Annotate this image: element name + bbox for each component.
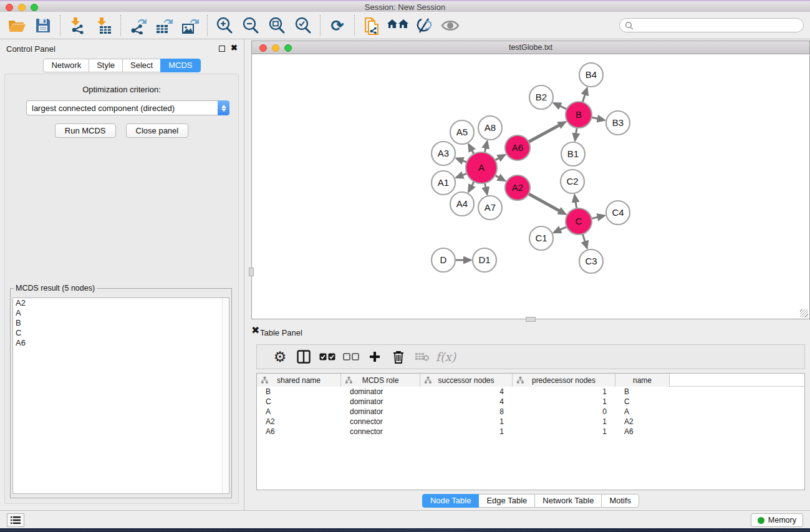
- table-cell[interactable]: B: [615, 387, 670, 397]
- result-list-scrollbar[interactable]: [222, 298, 229, 493]
- table-cell[interactable]: A6: [257, 427, 341, 437]
- graph-node-B3[interactable]: B3: [606, 111, 630, 135]
- table-cell[interactable]: 0: [513, 407, 615, 417]
- table-cell[interactable]: dominator: [341, 387, 420, 397]
- presentation-mode-eye-icon[interactable]: [437, 14, 463, 37]
- export-network-icon[interactable]: [125, 14, 151, 37]
- run-mcds-button[interactable]: Run MCDS: [55, 123, 116, 138]
- left-divider-handle[interactable]: [249, 268, 254, 276]
- table-cell[interactable]: A2: [257, 417, 341, 427]
- tab-motifs[interactable]: Motifs: [601, 494, 639, 508]
- table-cell[interactable]: A: [257, 407, 341, 417]
- refresh-icon[interactable]: ⟳: [324, 14, 350, 37]
- column-view-icon[interactable]: [292, 346, 316, 367]
- tab-mcds[interactable]: MCDS: [160, 59, 200, 72]
- table-cell[interactable]: 4: [420, 387, 513, 397]
- duplicate-network-icon[interactable]: [359, 14, 385, 37]
- table-cell[interactable]: 1: [420, 427, 513, 437]
- table-cell[interactable]: 1: [513, 387, 615, 397]
- delete-column-trash-icon[interactable]: [387, 346, 410, 367]
- table-row[interactable]: Adominator80A: [257, 407, 804, 417]
- tab-style[interactable]: Style: [89, 59, 123, 72]
- graph-node-B4[interactable]: B4: [579, 63, 603, 87]
- mcds-result-item[interactable]: C: [13, 328, 229, 338]
- tab-select[interactable]: Select: [122, 59, 161, 72]
- tab-network-table[interactable]: Network Table: [534, 494, 602, 508]
- table-cell[interactable]: C: [615, 397, 670, 407]
- graph-node-B2[interactable]: B2: [529, 85, 553, 109]
- graph-node-A8[interactable]: A8: [478, 116, 502, 140]
- table-cell[interactable]: 1: [420, 417, 513, 427]
- table-cell[interactable]: dominator: [341, 397, 420, 407]
- delete-table-icon[interactable]: [410, 346, 434, 367]
- zoom-in-icon[interactable]: [211, 14, 238, 37]
- graph-node-A2[interactable]: A2: [505, 175, 530, 200]
- table-cell[interactable]: dominator: [341, 407, 420, 417]
- column-header-name[interactable]: name: [615, 374, 670, 387]
- network-canvas[interactable]: AA2A6BCA1A3A4A5A7A8B1B2B3B4C1C2C3C4DD1: [251, 54, 810, 319]
- deselect-all-icon[interactable]: [339, 346, 363, 367]
- zoom-fit-icon[interactable]: [264, 14, 290, 37]
- table-cell[interactable]: 4: [420, 397, 513, 407]
- close-panel-button[interactable]: Close panel: [126, 123, 189, 138]
- import-network-icon[interactable]: [64, 14, 90, 37]
- network-window-titlebar[interactable]: testGlobe.txt: [251, 41, 810, 54]
- zoom-out-icon[interactable]: [238, 14, 264, 37]
- home-views-icon[interactable]: [385, 14, 411, 37]
- table-row[interactable]: Bdominator41B: [257, 387, 804, 397]
- graph-node-A[interactable]: A: [466, 152, 497, 183]
- table-cell[interactable]: connector: [341, 427, 420, 437]
- window-resize-grip[interactable]: [800, 309, 808, 317]
- table-cell[interactable]: C: [257, 397, 341, 407]
- graph-node-A4[interactable]: A4: [450, 192, 474, 216]
- mcds-result-item[interactable]: A2: [13, 298, 229, 308]
- save-session-icon[interactable]: [30, 14, 56, 37]
- table-row[interactable]: A2connector11A2: [257, 417, 804, 427]
- graph-node-B1[interactable]: B1: [561, 142, 585, 166]
- column-header-successor-nodes[interactable]: successor nodes: [420, 374, 513, 387]
- graph-node-C4[interactable]: C4: [606, 201, 630, 225]
- memory-button[interactable]: Memory: [751, 513, 803, 527]
- mcds-result-item[interactable]: A: [13, 308, 229, 318]
- table-cell[interactable]: connector: [341, 417, 420, 427]
- graph-node-C[interactable]: C: [566, 208, 592, 235]
- close-table-panel-icon[interactable]: ✖: [251, 325, 259, 336]
- tab-network[interactable]: Network: [43, 59, 89, 72]
- close-panel-icon[interactable]: ✖: [231, 43, 238, 53]
- graph-edge-A2-C[interactable]: [528, 193, 560, 211]
- search-box[interactable]: [619, 18, 804, 32]
- graph-node-A5[interactable]: A5: [450, 120, 474, 144]
- column-header-shared-name[interactable]: shared name: [257, 374, 341, 387]
- table-row[interactable]: Cdominator41C: [257, 397, 804, 407]
- table-settings-gear-icon[interactable]: ⚙: [268, 346, 292, 367]
- graph-node-D[interactable]: D: [432, 248, 455, 272]
- column-header-MCDS-role[interactable]: MCDS role: [341, 374, 420, 387]
- bottom-divider-handle[interactable]: [526, 317, 536, 322]
- table-cell[interactable]: 1: [513, 427, 615, 437]
- table-cell[interactable]: 1: [513, 417, 615, 427]
- tab-node-table[interactable]: Node Table: [422, 494, 480, 508]
- mcds-result-item[interactable]: B: [13, 318, 229, 328]
- table-cell[interactable]: 8: [420, 407, 513, 417]
- export-table-icon[interactable]: [151, 14, 177, 37]
- function-builder-icon[interactable]: f(x): [434, 346, 458, 367]
- export-image-icon[interactable]: [177, 14, 203, 37]
- tab-edge-table[interactable]: Edge Table: [478, 494, 535, 508]
- criterion-select[interactable]: largest connected component (directed): [26, 100, 218, 115]
- column-header-predecessor-nodes[interactable]: predecessor nodes: [513, 374, 615, 387]
- graph-node-D1[interactable]: D1: [473, 248, 496, 272]
- graph-node-A6[interactable]: A6: [505, 135, 530, 160]
- graph-node-C2[interactable]: C2: [561, 170, 584, 193]
- mcds-result-item[interactable]: A6: [13, 338, 229, 348]
- graph-node-B[interactable]: B: [566, 102, 592, 128]
- search-input[interactable]: [634, 21, 803, 31]
- zoom-selected-icon[interactable]: [290, 14, 316, 37]
- table-cell[interactable]: A2: [615, 417, 670, 427]
- import-table-icon[interactable]: [90, 14, 117, 37]
- mcds-result-list[interactable]: A2ABCA6: [12, 297, 229, 494]
- open-file-icon[interactable]: [4, 14, 30, 37]
- table-cell[interactable]: B: [257, 387, 341, 397]
- select-all-icon[interactable]: [316, 346, 339, 367]
- criterion-select-stepper[interactable]: [218, 100, 229, 115]
- float-panel-icon[interactable]: [219, 46, 225, 52]
